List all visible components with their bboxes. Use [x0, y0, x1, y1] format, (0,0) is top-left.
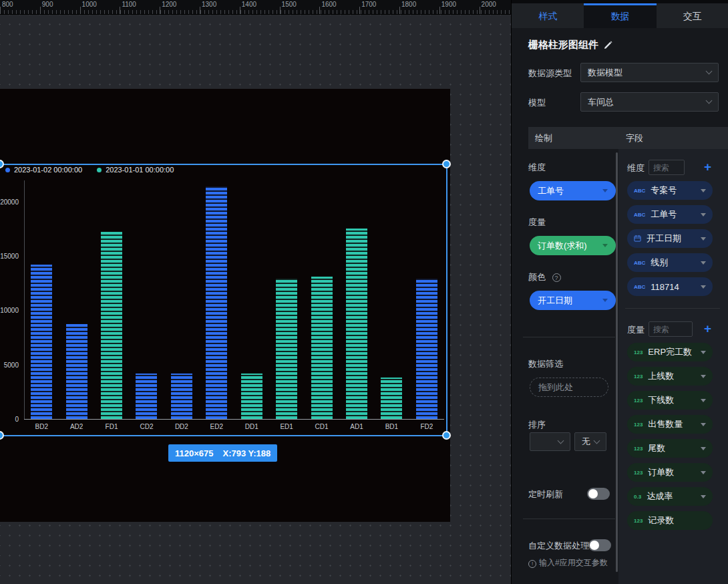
- field-pill-线别[interactable]: ABC线别: [627, 253, 713, 272]
- sort-order-value: 无: [582, 436, 594, 448]
- selection-handle-top-right[interactable]: [442, 160, 451, 168]
- dimension-value: 工单号: [538, 185, 602, 197]
- y-axis-tick-label: 20000: [0, 198, 19, 206]
- ruler-label: 900: [42, 1, 53, 8]
- field-type-icon-123: 123: [634, 446, 643, 452]
- selection-right-edge: [446, 164, 447, 436]
- filter-drop-text: 拖到此处: [538, 382, 573, 394]
- info-icon: !: [528, 560, 536, 568]
- field-label: 订单数: [648, 466, 695, 478]
- x-axis-category-label: ED1: [269, 423, 304, 430]
- chevron-down-icon: [701, 471, 706, 474]
- model-value: 车间总: [588, 96, 707, 108]
- field-pill-上线数[interactable]: 123上线数: [627, 367, 713, 386]
- field-type-icon-123: 123: [634, 518, 643, 524]
- field-pill-工单号[interactable]: ABC工单号: [627, 205, 713, 224]
- field-pill-专案号[interactable]: ABC专案号: [627, 181, 713, 200]
- ruler-label: 1800: [401, 1, 416, 8]
- datasource-type-select[interactable]: 数据模型: [580, 63, 719, 82]
- chevron-down-icon: [602, 299, 608, 302]
- chart-legend: 2023-01-02 00:00:002023-01-01 00:00:00: [5, 166, 174, 174]
- custom-data-toggle[interactable]: [588, 539, 611, 551]
- bar-slot: [24, 180, 59, 419]
- selection-handle-bottom-right[interactable]: [442, 431, 451, 440]
- bar-slot: [59, 180, 94, 419]
- field-pill-开工日期[interactable]: 开工日期: [627, 229, 713, 248]
- color-label: 颜色 ?: [528, 271, 561, 283]
- edit-icon[interactable]: [604, 41, 612, 49]
- chevron-down-icon: [594, 437, 600, 444]
- selection-top-edge: [0, 164, 447, 165]
- ruler-label: 1100: [122, 1, 136, 8]
- data-filter-label: 数据筛选: [528, 358, 563, 370]
- field-label: 上线数: [648, 370, 695, 382]
- field-pill-出售数量[interactable]: 123出售数量: [627, 415, 713, 434]
- field-pill-118714[interactable]: ABC118714: [627, 277, 713, 296]
- field-pill-尾数[interactable]: 123尾数: [627, 439, 713, 458]
- divider: [523, 519, 615, 519]
- field-pill-达成率[interactable]: 0.3达成率: [627, 487, 713, 506]
- field-label: 记录数: [648, 515, 706, 527]
- y-axis-tick-label: 0: [0, 416, 19, 423]
- tab-fields[interactable]: 字段: [617, 127, 728, 149]
- auto-refresh-toggle[interactable]: [587, 488, 610, 500]
- bar-CD1: [311, 277, 333, 419]
- model-select[interactable]: 车间总: [580, 92, 719, 112]
- panel-tab-样式[interactable]: 样式: [512, 3, 584, 28]
- add-dimension-button[interactable]: +: [704, 160, 711, 173]
- dimension-pill[interactable]: 工单号: [530, 181, 616, 200]
- add-measure-button[interactable]: +: [704, 322, 711, 335]
- selection-size: 1120×675: [175, 448, 213, 458]
- color-label-text: 颜色: [528, 272, 546, 282]
- panel-tab-数据[interactable]: 数据: [584, 3, 656, 28]
- chevron-down-icon: [701, 495, 706, 498]
- panel-tabs: 样式数据交互: [512, 0, 728, 28]
- dimension-search-input[interactable]: [649, 160, 685, 175]
- bar-AD2: [66, 324, 87, 419]
- chevron-down-icon: [602, 189, 608, 192]
- x-axis-line: [24, 419, 444, 420]
- field-pill-ERP完工数[interactable]: 123ERP完工数: [627, 343, 713, 361]
- bar-slot: [409, 180, 444, 419]
- field-label: 达成率: [647, 490, 695, 502]
- chevron-down-icon: [701, 399, 706, 402]
- x-axis-category-label: BD2: [24, 423, 59, 430]
- field-label: 工单号: [651, 208, 695, 221]
- field-pill-记录数[interactable]: 123记录数: [627, 511, 713, 530]
- selection-bottom-edge: [0, 435, 447, 436]
- field-pill-订单数[interactable]: 123订单数: [627, 463, 713, 482]
- field-pill-下线数[interactable]: 123下线数: [627, 391, 713, 410]
- component-title: 栅格柱形图组件: [528, 39, 612, 51]
- field-type-icon-ABC: ABC: [634, 212, 645, 218]
- custom-hint-text: 输入#应用交互参数: [539, 558, 608, 567]
- help-icon[interactable]: ?: [552, 273, 561, 282]
- ruler-label: 1700: [361, 1, 376, 8]
- field-type-icon-123: 123: [634, 349, 643, 355]
- y-axis-labels: 05000100001500020000: [0, 180, 20, 420]
- tab-draw[interactable]: 绘制: [528, 127, 617, 149]
- field-label: 尾数: [648, 442, 695, 454]
- dimension-label: 维度: [528, 162, 546, 174]
- chevron-down-icon: [706, 98, 713, 104]
- measure-pill[interactable]: 订单数(求和): [530, 236, 616, 255]
- ruler-label: 1500: [282, 1, 297, 8]
- filter-drop-zone[interactable]: 拖到此处: [530, 378, 608, 397]
- chevron-down-icon: [602, 244, 608, 247]
- bar-slot: [269, 180, 304, 419]
- draw-column-scrollbar[interactable]: [616, 152, 618, 572]
- sort-field-select[interactable]: [530, 432, 570, 451]
- field-type-icon-123: 123: [634, 470, 643, 476]
- measure-search-input[interactable]: [649, 321, 693, 337]
- editor-stage: 8009001000110012001300140015001600170018…: [0, 0, 728, 584]
- field-type-icon-123: 123: [634, 398, 643, 404]
- sort-order-select[interactable]: 无: [574, 432, 606, 451]
- bar-slot: [164, 180, 199, 419]
- panel-tab-交互[interactable]: 交互: [657, 3, 728, 28]
- bar-CD2: [136, 374, 157, 419]
- bar-FD1: [101, 232, 122, 419]
- bar-slot: [94, 180, 129, 419]
- field-label: 下线数: [648, 394, 695, 406]
- chevron-down-icon: [701, 375, 706, 378]
- datasource-type-label: 数据源类型: [528, 67, 572, 80]
- color-pill[interactable]: 开工日期: [530, 291, 616, 310]
